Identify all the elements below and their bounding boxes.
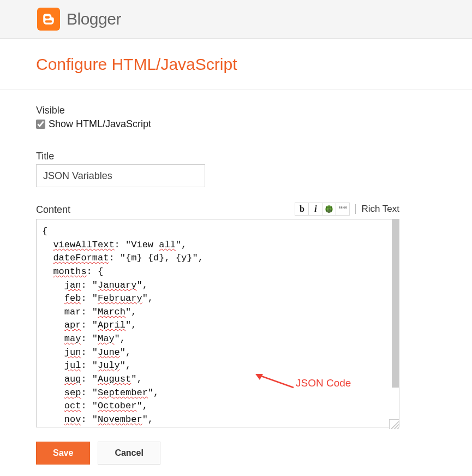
blockquote-button[interactable]: ““ bbox=[336, 203, 350, 216]
content-resize-handle[interactable] bbox=[389, 419, 399, 429]
cancel-button[interactable]: Cancel bbox=[98, 442, 160, 465]
body-area: Configure HTML/JavaScript Visible Show H… bbox=[0, 39, 472, 476]
content-scrollbar[interactable] bbox=[392, 219, 399, 388]
brand-name: Blogger bbox=[67, 10, 121, 28]
show-html-js-label[interactable]: Show HTML/JavaScript bbox=[49, 118, 151, 130]
toolbar-divider bbox=[355, 204, 356, 214]
blogger-logo-icon bbox=[37, 8, 60, 31]
save-button[interactable]: Save bbox=[36, 442, 90, 465]
page-title: Configure HTML/JavaScript bbox=[0, 39, 472, 90]
form-area: Visible Show HTML/JavaScript Title Conte… bbox=[0, 90, 472, 465]
content-textarea[interactable] bbox=[36, 219, 399, 427]
rich-text-toggle[interactable]: Rich Text bbox=[361, 204, 399, 215]
link-button[interactable] bbox=[322, 203, 336, 216]
italic-button[interactable]: i bbox=[308, 203, 322, 216]
show-html-js-checkbox[interactable] bbox=[36, 120, 45, 129]
title-label: Title bbox=[36, 151, 436, 162]
visible-checkbox-row: Show HTML/JavaScript bbox=[36, 118, 436, 130]
title-input[interactable] bbox=[36, 164, 205, 187]
content-toolbar: b i ““ Rich Text bbox=[295, 203, 399, 216]
bold-button[interactable]: b bbox=[295, 203, 309, 216]
content-label: Content bbox=[36, 204, 70, 216]
content-header: Content b i ““ Rich Text bbox=[36, 203, 399, 216]
visible-label: Visible bbox=[36, 105, 436, 116]
content-box: { viewAllText: "View all", dateFormat: "… bbox=[36, 219, 399, 430]
actions-row: Save Cancel bbox=[36, 442, 436, 465]
globe-link-icon bbox=[324, 204, 334, 214]
app-header: Blogger bbox=[0, 0, 472, 39]
